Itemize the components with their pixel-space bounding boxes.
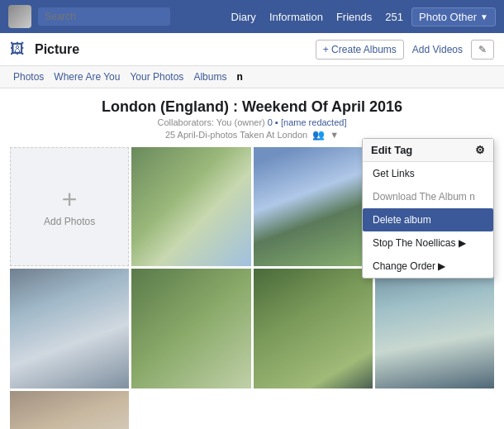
photo-item[interactable] [131,147,250,266]
context-menu-change-order[interactable]: Change Order ▶ [363,255,493,278]
main-content: London (England) : Weekend Of April 2016… [0,88,504,429]
context-menu-get-links[interactable]: Get Links [363,162,493,185]
nav-information[interactable]: Information [264,9,328,25]
picture-icon: 🖼 [10,41,25,58]
photo-item[interactable] [10,269,129,388]
edit-pencil-button[interactable]: ✎ [471,40,494,60]
album-collaborators: Collaborators: You (owner) 0 ▪ [name red… [10,117,494,127]
add-photos-cell[interactable]: + Add Photos [10,147,129,266]
secondary-bar: 🖼 Picture + Create Albums Add Videos ✎ [0,33,504,66]
nav-diary[interactable]: Diary [226,9,261,25]
context-menu-delete-album[interactable]: Delete album [363,208,493,231]
chevron-down-icon: ▼ [480,12,488,21]
create-album-button[interactable]: + Create Albums [316,40,404,60]
top-navigation: Diary Information Friends 251 Photo Othe… [0,0,504,33]
tab-your-photos[interactable]: Your Photos [126,69,187,84]
album-header: London (England) : Weekend Of April 2016… [10,98,494,141]
add-photos-plus-icon: + [62,186,78,212]
photo-item[interactable] [375,269,494,388]
context-menu: Edit Tag ⚙ Get Links Download The Album … [362,138,494,279]
tab-where[interactable]: Where Are You [50,69,123,84]
gear-icon[interactable]: ⚙ [475,144,485,156]
photo-item[interactable] [10,391,129,430]
nav-friends[interactable]: Friends [331,9,377,25]
tab-active[interactable]: n [233,69,245,84]
sub-tabs: Photos Where Are You Your Photos Albums … [0,66,504,88]
photo-item[interactable] [131,269,250,388]
page-title: Picture [35,42,79,57]
add-photos-label: Add Photos [44,216,95,227]
secondary-actions: + Create Albums Add Videos ✎ [316,40,494,60]
photo-other-button[interactable]: Photo Other ▼ [411,7,496,26]
context-menu-title: Edit Tag [371,144,412,156]
photo-other-label: Photo Other [419,11,477,23]
photo-item[interactable] [254,147,373,266]
nav-links: Diary Information Friends 251 Photo Othe… [226,7,496,26]
context-menu-header: Edit Tag ⚙ [363,139,493,162]
album-title: London (England) : Weekend Of April 2016 [10,98,494,116]
context-menu-stop[interactable]: Stop The Noellicas ▶ [363,231,493,255]
context-menu-download-album[interactable]: Download The Album n [363,185,493,208]
tab-photos[interactable]: Photos [10,69,47,84]
search-input[interactable] [38,7,170,26]
add-videos-button[interactable]: Add Videos [409,41,466,59]
people-icon: 👥 [312,129,325,141]
avatar [8,5,31,28]
photo-item[interactable] [254,269,373,388]
tab-albums[interactable]: Albums [190,69,230,84]
nav-count[interactable]: 251 [380,9,408,25]
